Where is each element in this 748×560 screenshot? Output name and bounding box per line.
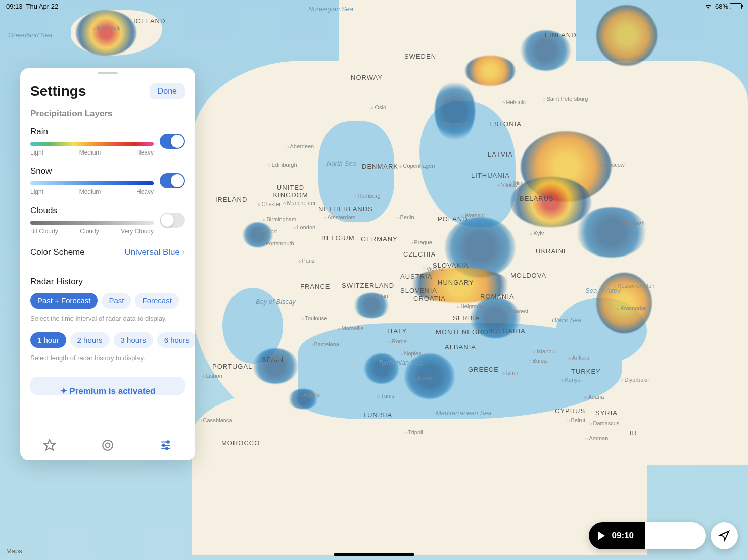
settings-tab[interactable] <box>137 430 195 460</box>
city-label: Amsterdam <box>323 214 356 220</box>
country-label: CYPRUS <box>555 407 585 415</box>
rain-toggle[interactable] <box>160 134 185 149</box>
radar-duration-chip[interactable]: 3 hours <box>114 332 153 348</box>
country-label: FINLAND <box>545 31 577 39</box>
city-label: Copenhagen <box>399 163 435 169</box>
sea-label: Mediterranean Sea <box>436 409 492 417</box>
city-label: Madrid <box>266 354 287 361</box>
gradient-labels: Bit CloudyCloudyVery Cloudy <box>30 228 154 235</box>
radar-duration-chip[interactable]: 6 hours <box>157 332 195 348</box>
map-attribution: Maps <box>6 547 22 555</box>
country-label: BELGIUM <box>321 234 355 242</box>
city-label: Lisbon <box>202 373 222 379</box>
drag-handle[interactable] <box>98 72 118 74</box>
city-label: Voronezh <box>618 220 645 226</box>
clouds-toggle[interactable] <box>160 213 185 228</box>
sea-label: Bay of Biscay <box>256 298 296 306</box>
city-label: Algiers <box>299 392 320 398</box>
bottom-tabs <box>20 430 195 460</box>
done-button[interactable]: Done <box>150 83 185 99</box>
country-label: PORTUGAL <box>212 363 252 370</box>
layer-clouds: Clouds Bit CloudyCloudyVery Cloudy <box>20 200 195 240</box>
city-label: Damascus <box>589 420 619 426</box>
country-label: NETHERLANDS <box>318 205 373 213</box>
city-label: Adana <box>584 394 604 400</box>
city-label: Izmir <box>502 370 518 376</box>
radar-duration-chip[interactable]: 2 hours <box>70 332 110 348</box>
svg-point-5 <box>167 441 169 443</box>
country-label: FRANCE <box>300 283 330 290</box>
wifi-icon <box>704 3 712 10</box>
color-scheme-value: Universal Blue › <box>124 247 185 258</box>
city-label: Toulouse <box>301 315 327 321</box>
country-label: ESTONIA <box>489 120 522 128</box>
city-label: Warsaw <box>461 212 485 218</box>
sea-label: Greenland Sea <box>8 31 52 39</box>
playback-pill[interactable]: 09:10 <box>589 522 706 549</box>
chevron-right-icon: › <box>182 247 185 258</box>
city-label: Bursa <box>529 358 547 364</box>
radar-mode-help: Select the time interval of radar data t… <box>20 313 195 328</box>
city-label: Reykjavik <box>93 25 121 31</box>
section-title-radar: Radar History <box>20 265 195 289</box>
section-title-precip: Precipitation Layers <box>20 99 195 122</box>
city-label: Newport <box>253 228 277 234</box>
gradient-labels: LightMediumHeavy <box>30 188 154 195</box>
city-label: Ankara <box>568 354 589 361</box>
layer-rain: Rain LightMediumHeavy <box>20 122 195 161</box>
city-label: Saint Petersburg <box>543 96 588 102</box>
status-time-date: 09:13 Thu Apr 22 <box>6 3 58 10</box>
city-label: Prague <box>410 239 432 245</box>
home-indicator[interactable] <box>334 553 414 556</box>
snow-gradient <box>30 181 154 185</box>
city-label: Barcelona <box>310 341 339 347</box>
layer-label: Clouds <box>30 206 154 216</box>
city-label: Birmingham <box>263 216 296 222</box>
playback-track[interactable] <box>645 522 706 549</box>
svg-point-7 <box>166 447 168 449</box>
premium-card[interactable]: ✦ Premium is activated <box>30 377 185 395</box>
country-label: AUSTRIA <box>400 273 432 280</box>
radar-duration-chip[interactable]: 1 hour <box>30 332 66 348</box>
country-label: SWEDEN <box>404 53 436 60</box>
radar-duration-chips: 1 hour2 hours3 hours6 hours24 hours <box>20 328 195 352</box>
country-label: NORWAY <box>351 74 383 81</box>
radar-mode-chip[interactable]: Past + Forecast <box>30 293 98 309</box>
country-label: MOLDOVA <box>510 272 546 279</box>
play-icon <box>598 531 605 540</box>
city-label: Berlin <box>396 214 414 220</box>
country-label: BELARUS <box>520 195 554 202</box>
city-label: Edinburgh <box>268 162 297 168</box>
country-label: UNITED KINGDOM <box>268 184 313 199</box>
layer-snow: Snow LightMediumHeavy <box>20 161 195 200</box>
city-label: Tunis <box>377 393 394 399</box>
country-label: ICELAND <box>133 17 165 25</box>
color-scheme-row[interactable]: Color Scheme Universal Blue › <box>20 240 195 265</box>
city-label: Palermo <box>407 375 432 381</box>
country-label: SLOVENIA <box>400 287 437 294</box>
city-label: Beirut <box>567 417 585 423</box>
city-label: Oslo <box>371 104 386 110</box>
country-label: LITHUANIA <box>471 172 510 179</box>
radar-tab[interactable] <box>78 430 136 460</box>
city-label: Marseille <box>338 325 363 331</box>
country-label: MOROCCO <box>221 439 260 447</box>
sea-label: Tyrrhenian Sea <box>378 359 423 366</box>
city-label: Portsmouth <box>262 240 294 246</box>
settings-panel: Settings Done Precipitation Layers Rain … <box>20 68 195 460</box>
country-label: BULGARIA <box>488 327 526 335</box>
favorites-tab[interactable] <box>20 430 78 460</box>
snow-toggle[interactable] <box>160 173 185 188</box>
clouds-gradient <box>30 221 154 225</box>
country-label: CROATIA <box>413 295 446 302</box>
country-label: DENMARK <box>362 163 398 170</box>
country-label: UKRAINE <box>536 247 569 255</box>
locate-button[interactable] <box>711 522 738 549</box>
radar-mode-chip[interactable]: Forecast <box>135 293 178 309</box>
city-label: Manchester <box>283 200 316 206</box>
city-label: Amman <box>585 435 608 441</box>
radar-mode-chip[interactable]: Past <box>102 293 131 309</box>
city-label: Hamburg <box>354 193 381 199</box>
country-label: SERBIA <box>453 314 480 322</box>
country-label: LATVIA <box>488 150 513 158</box>
